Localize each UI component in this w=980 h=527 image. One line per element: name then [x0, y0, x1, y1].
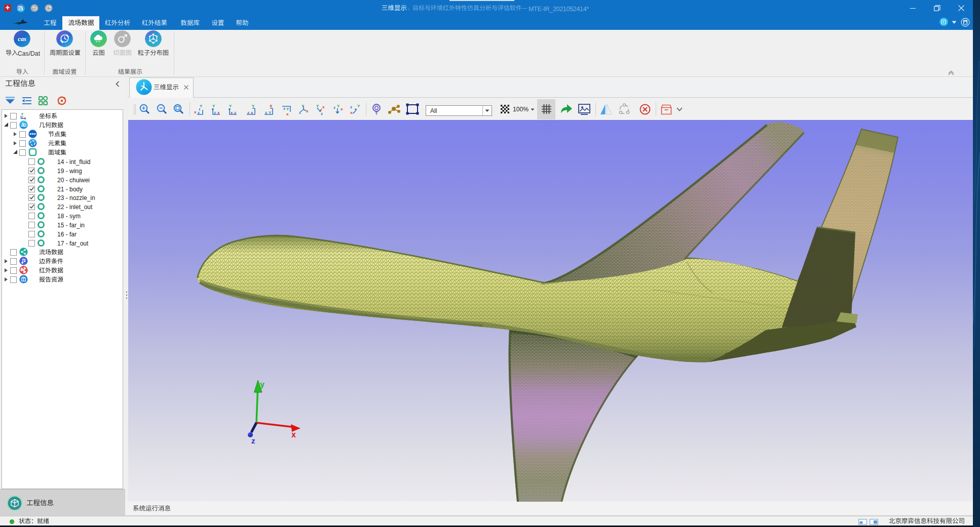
svg-text:x: x — [24, 116, 26, 120]
svg-text:x: x — [306, 109, 309, 113]
svg-text:z: z — [333, 105, 335, 110]
svg-text:x: x — [286, 112, 289, 116]
svg-text:x: x — [341, 107, 343, 111]
svg-text:Y: Y — [252, 104, 255, 108]
svg-text:z: z — [350, 105, 352, 109]
svg-text:Y: Y — [301, 104, 305, 108]
svg-text:Y: Y — [316, 104, 319, 108]
svg-text:cas: cas — [18, 35, 26, 43]
svg-text:X: X — [270, 104, 273, 108]
svg-text:Y: Y — [200, 104, 203, 108]
svg-text:z: z — [321, 111, 323, 116]
svg-text:x: x — [322, 105, 325, 109]
svg-text:z: z — [299, 110, 301, 115]
svg-text:Y: Y — [357, 104, 360, 108]
svg-text:Y: Y — [229, 104, 232, 108]
svg-text:x: x — [291, 430, 296, 439]
svg-text:z: z — [283, 106, 285, 111]
svg-text:y: y — [260, 380, 265, 389]
svg-text:x: x — [194, 110, 197, 114]
svg-text:Y: Y — [212, 104, 215, 108]
svg-text:Y: Y — [286, 107, 289, 111]
svg-text:Y: Y — [337, 104, 340, 108]
svg-text:x: x — [350, 110, 353, 115]
svg-text:z: z — [251, 436, 255, 445]
